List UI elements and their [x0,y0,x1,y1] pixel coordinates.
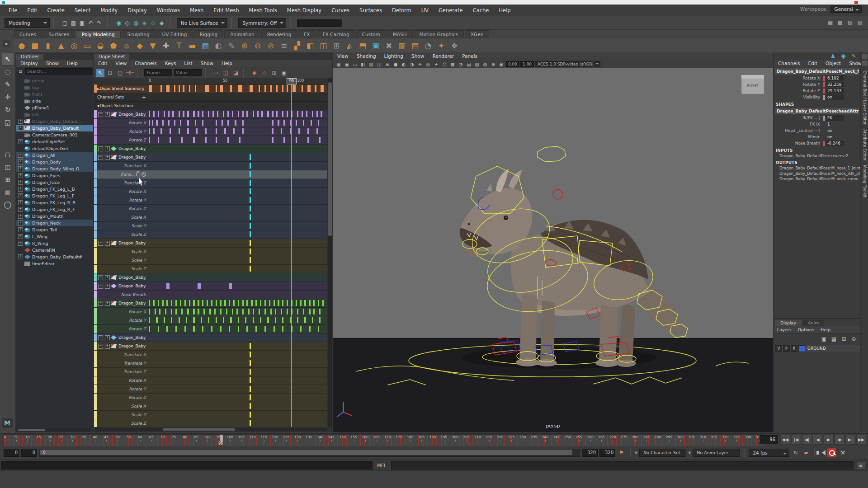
linear-tangent-icon[interactable]: ◪ [231,69,240,77]
keyframe[interactable] [250,154,251,160]
dope-row-rotate-x[interactable]: Rotate X [94,376,327,385]
row-name-cell[interactable]: Scale X [97,248,147,256]
keyframe[interactable] [296,137,297,143]
lighting-icon[interactable]: ☀ [416,60,424,69]
keyframe[interactable] [269,300,270,306]
keyframe[interactable] [158,137,159,143]
empty-layer-icon[interactable]: ⊞ [840,334,848,343]
prev-frame-button[interactable]: ◀| [802,435,812,445]
key-track[interactable] [147,102,327,110]
keyframe[interactable] [201,317,202,323]
keyframe[interactable] [216,300,217,306]
outliner-item-dragon-fk-leg-r-f[interactable]: +Dragon_FK_Leg_R_F [16,206,93,213]
keyframe[interactable] [205,128,207,134]
expand-icon[interactable]: + [18,126,23,131]
row-name-cell[interactable]: Scale Z [97,419,147,427]
keyframe[interactable] [306,111,307,117]
layer-menu-options[interactable]: Options [794,327,817,332]
keyframe[interactable] [287,111,288,117]
dope-row-scale-x[interactable]: Scale X [94,213,327,222]
keyframe[interactable] [267,111,269,117]
keyframe[interactable] [186,317,187,323]
keyframe[interactable] [166,283,170,289]
expand-icon[interactable]: + [105,284,110,289]
select-tool-icon[interactable]: ↖ [2,53,14,65]
snap-view-icon[interactable]: ◇ [149,19,157,27]
current-frame-marker[interactable]: 96 [287,78,297,84]
menu-deform[interactable]: Deform [387,7,416,14]
spin-edge-icon[interactable]: ✦ [436,40,447,51]
boolean-icon[interactable]: ⊘ [265,40,276,51]
outliner-item-dragon-fk-leg-l-f[interactable]: +Dragon_FK_Leg_L_F [16,192,93,199]
super-shape-icon[interactable]: ▦ [200,40,211,51]
mirror-icon[interactable]: ⬒ [357,40,368,51]
keyframe[interactable] [253,309,254,314]
layer-tab-display[interactable]: Display [775,320,802,326]
keyframe[interactable] [223,111,224,117]
dope-row-scale-z[interactable]: Scale Z [94,265,327,273]
row-name-cell[interactable]: −+Dragon_Baby_DefaultPose [97,273,147,282]
playback-loop-icon[interactable]: ↻ [791,449,800,457]
selected-node-header[interactable]: Dragon_Baby_DefaultPose:M_neck_fk_3_cont… [775,68,859,75]
keyframe[interactable] [238,85,242,92]
keyframe[interactable] [203,309,205,314]
keyframe[interactable] [198,309,199,314]
grid-icon[interactable]: ▦ [335,60,342,69]
dope-row-dragon-baby-defaultpose[interactable]: −+Dragon_Baby_DefaultPose [94,153,327,162]
symmetrize-icon[interactable]: ❖ [449,40,460,51]
expand-icon[interactable]: + [18,207,23,212]
shadows-icon[interactable]: ◎ [425,60,432,69]
expand-icon[interactable]: + [18,193,23,198]
keyframe[interactable] [318,326,319,332]
shape-node-header[interactable]: Dragon_Baby_DefaultPose:headAttr [775,108,859,114]
viewport-menu-panels[interactable]: Panels [458,53,481,59]
keyframe[interactable] [300,326,302,332]
row-name-cell[interactable]: Scale Y [97,222,147,230]
keyframe[interactable] [242,300,244,306]
key-track[interactable] [147,273,327,282]
keyframe[interactable] [272,120,273,126]
keyframe[interactable] [250,266,251,272]
keyframe[interactable] [193,137,194,143]
outliner-item-r-wing[interactable]: +R_Wing [16,240,93,247]
tab-channel-box-layer-editor[interactable]: Channel Box / Layer Editor [863,70,867,125]
keyframe[interactable] [298,128,300,134]
keyframe[interactable] [164,317,165,323]
dope-row-rotate-z[interactable]: Rotate Z [94,136,327,145]
row-name-cell[interactable]: Scale Z [97,265,147,273]
key-track[interactable] [147,230,327,239]
keyframe[interactable] [297,309,298,314]
play-forwards-button[interactable]: ▶ [824,435,834,445]
keyframe[interactable] [321,111,322,117]
dope-sheet-hscrollbar[interactable] [95,428,326,431]
key-track[interactable] [147,127,327,136]
snap-grid-icon[interactable]: ◉ [114,19,123,27]
key-track[interactable] [147,222,327,230]
value-field[interactable]: Value [174,69,202,76]
key-track[interactable] [147,325,327,333]
dope-sheet-ruler[interactable]: 05010096 [94,78,327,84]
keyframe[interactable] [316,128,318,134]
poly-svg-icon[interactable]: ▬ [187,40,198,51]
render-view-icon[interactable]: ▨ [846,18,854,27]
dope-row-scale-y[interactable]: Scale Y [94,256,327,265]
poly-pipe-icon[interactable]: ◆ [134,40,145,51]
row-name-cell[interactable]: −+Dragon_Baby_DefaultPose:M [97,299,147,307]
anim-layer-icon[interactable]: ◉ [839,52,848,61]
key-track[interactable] [147,316,327,324]
dope-row-translate-z[interactable]: Translate Z [94,368,327,376]
keyframe[interactable] [238,326,239,332]
keyframe[interactable] [250,386,251,392]
menu-create[interactable]: Create [42,7,70,14]
dope-row-translate-y[interactable]: Translate Y [94,359,327,368]
shelf-tab-custom[interactable]: Custom [356,30,386,38]
menu-file[interactable]: File [4,7,22,14]
key-track[interactable] [147,84,327,93]
exposure-field[interactable]: 0.00 [506,61,519,67]
key-track[interactable] [147,351,327,359]
row-name-cell[interactable]: −+Dragon_Baby_DefaultPose [97,333,147,342]
poly-pyramid-icon[interactable]: ⌂ [121,40,132,51]
menu-mesh-display[interactable]: Mesh Display [282,7,326,14]
outliner-item-front[interactable]: front [16,91,93,98]
depth-of-field-icon[interactable]: ◔ [457,60,464,69]
